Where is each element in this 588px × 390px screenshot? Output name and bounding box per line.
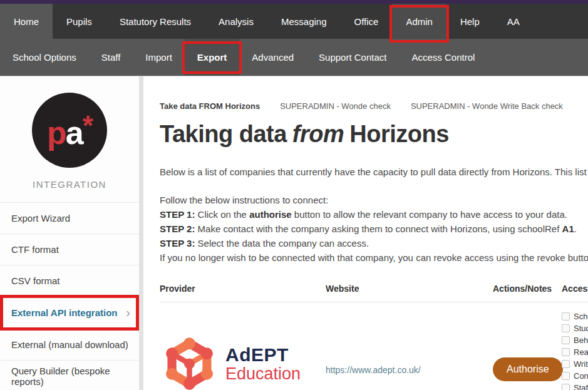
access-option-row[interactable]: Cont (562, 370, 588, 382)
website-cell: https://www.adept.co.uk/ (326, 365, 493, 375)
nav-admin-label: Admin (406, 16, 433, 27)
tab-superadmin-wonde-check[interactable]: SUPERADMIN - Wonde check (280, 101, 391, 111)
provider-brand-text: AdEPT Education (225, 346, 301, 382)
nav-home[interactable]: Home (0, 4, 53, 39)
subnav-school-options[interactable]: School Options (0, 39, 89, 76)
providers-table: Provider Website Actions/Notes Access (160, 284, 588, 390)
access-option-row[interactable]: Staf (562, 382, 588, 390)
actions-cell: Authorise (493, 357, 562, 381)
subnav-export-label: Export (197, 52, 227, 63)
checkbox-icon[interactable] (562, 360, 570, 368)
table-row: AdEPT Education https://www.adept.co.uk/… (160, 302, 588, 390)
main-content: Take data FROM Horizons SUPERADMIN - Won… (143, 76, 588, 390)
pa-logo-text: pa* (47, 112, 92, 149)
checkbox-icon[interactable] (562, 324, 570, 332)
column-header-access: Access (562, 284, 588, 294)
sidebar-section-label: INTEGRATION (0, 179, 139, 190)
subnav-advanced[interactable]: Advanced (239, 39, 306, 76)
instruction-step-2: STEP 2: Make contact with the company as… (160, 222, 588, 236)
nav-help[interactable]: Help (446, 4, 493, 39)
access-option-row[interactable]: Beha (562, 334, 588, 346)
page-title-italic: from (292, 121, 344, 147)
sidebar-item-query-builder[interactable]: Query Builder (bespoke reports) (0, 360, 139, 390)
sidebar-item-csv-format[interactable]: CSV format (0, 265, 139, 296)
instructions-footer: If you no longer wish to be connected wi… (160, 250, 588, 265)
tab-superadmin-wonde-write-back-check[interactable]: SUPERADMIN - Wonde Write Back check (411, 101, 563, 111)
access-option-row[interactable]: Read (562, 346, 588, 358)
top-navigation: Home Pupils Statutory Results Analysis M… (0, 4, 588, 39)
checkbox-icon[interactable] (562, 336, 570, 344)
checkbox-icon[interactable] (562, 348, 570, 356)
subnav-access-control[interactable]: Access Control (399, 39, 487, 76)
integration-sidebar: pa* INTEGRATION Export Wizard CTF format… (0, 76, 139, 390)
provider-name: AdEPT (225, 346, 301, 364)
subnav-support-contact[interactable]: Support Contact (306, 39, 399, 76)
subnav-staff[interactable]: Staff (89, 39, 133, 76)
authorise-button[interactable]: Authorise (493, 357, 563, 381)
website-link[interactable]: https://www.adept.co.uk/ (326, 365, 421, 375)
instruction-step-1: STEP 1: Click on the authorise button to… (160, 207, 588, 222)
nav-statutory-results[interactable]: Statutory Results (106, 4, 205, 39)
sidebar-item-export-wizard[interactable]: Export Wizard (0, 202, 139, 233)
column-header-actions-notes: Actions/Notes (493, 284, 562, 294)
instructions-block: Follow the below instructions to connect… (160, 193, 588, 265)
table-header-row: Provider Website Actions/Notes Access (160, 284, 588, 302)
subnav-import[interactable]: Import (133, 39, 185, 76)
nav-office[interactable]: Office (341, 4, 393, 39)
pa-logo: pa* (32, 93, 107, 168)
nav-messaging[interactable]: Messaging (267, 4, 341, 39)
sidebar-divider (139, 76, 143, 390)
nav-user-initials[interactable]: AA (493, 4, 534, 39)
subnav-export[interactable]: Export (185, 39, 240, 76)
instructions-lead: Follow the below instructions to connect… (160, 193, 588, 207)
access-option-row[interactable]: Scho (562, 310, 588, 322)
page-tabs: Take data FROM Horizons SUPERADMIN - Won… (160, 101, 588, 111)
admin-sub-navigation: School Options Staff Import Export Advan… (0, 39, 588, 76)
access-option-row[interactable]: Write (562, 358, 588, 370)
chevron-right-icon: › (126, 305, 130, 320)
column-header-website: Website (326, 284, 493, 294)
sidebar-item-external-manual-download[interactable]: External (manual download) (0, 329, 139, 360)
provider-cell: AdEPT Education (160, 335, 326, 390)
adept-logo-icon (160, 335, 219, 390)
sidebar-item-external-api-integration[interactable]: External API integration › (0, 296, 139, 329)
access-cell: Scho Stud Beha Read Write Cont Staf (562, 310, 588, 390)
tab-take-data-from-horizons[interactable]: Take data FROM Horizons (160, 101, 260, 111)
checkbox-icon[interactable] (562, 372, 570, 380)
provider-subname: Education (225, 366, 301, 382)
page-title: Taking datafromHorizons (160, 121, 588, 148)
checkbox-icon[interactable] (562, 312, 570, 321)
sidebar-item-label: External API integration (11, 307, 117, 318)
nav-pupils[interactable]: Pupils (53, 4, 106, 39)
nav-analysis[interactable]: Analysis (205, 4, 267, 39)
page-body: pa* INTEGRATION Export Wizard CTF format… (0, 76, 588, 390)
sidebar-menu: Export Wizard CTF format CSV format Exte… (0, 202, 139, 390)
nav-admin[interactable]: Admin (392, 4, 446, 39)
column-header-provider: Provider (160, 284, 326, 294)
checkbox-icon[interactable] (562, 384, 570, 390)
sidebar-item-ctf-format[interactable]: CTF format (0, 233, 139, 265)
instruction-step-3: STEP 3: Select the data the company can … (160, 236, 588, 250)
access-option-row[interactable]: Stud (562, 322, 588, 334)
intro-paragraph: Below is a list of companies that curren… (160, 167, 588, 177)
